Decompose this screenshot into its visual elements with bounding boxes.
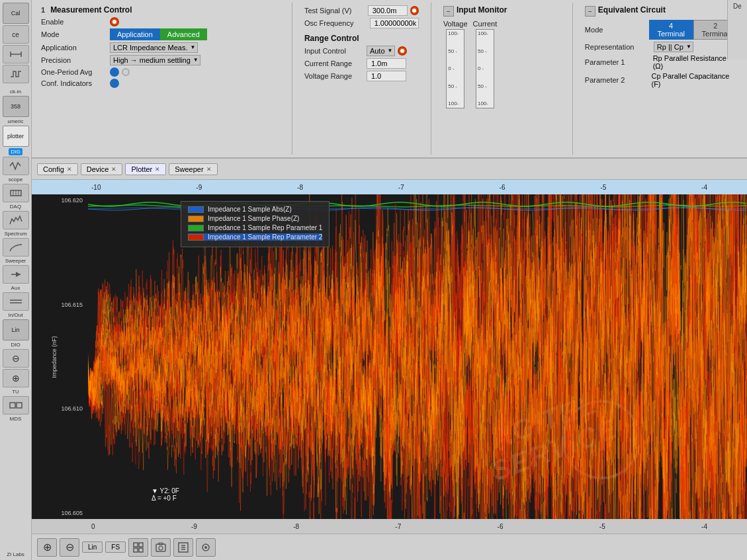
current-range-value[interactable]: 1.0m <box>367 58 406 69</box>
mode-tab-group: Application Advanced <box>110 28 207 40</box>
input-monitor-minimize[interactable]: − <box>443 6 454 17</box>
input-control-active[interactable] <box>398 46 407 56</box>
main-area: 1 Measurement Control Enable Mode Applic… <box>32 0 747 560</box>
representation-dropdown[interactable]: Rp || Cp <box>654 42 693 52</box>
sidebar-item-daq[interactable] <box>3 184 29 202</box>
tab-sweeper-close[interactable]: ✕ <box>206 166 212 173</box>
chart-svg-container[interactable]: Impedance 1 Sample Abs(Z) Impedance 1 Sa… <box>88 194 747 519</box>
param1-row: Parameter 1 Rp Parallel Resistance (Ω) <box>585 54 738 70</box>
tab-sweeper[interactable]: Sweeper ✕ <box>169 163 217 175</box>
tab-plotter[interactable]: Plotter ✕ <box>125 163 166 175</box>
x-tick-5: -5 <box>600 184 606 191</box>
sidebar-item-plus[interactable]: ⊕ <box>3 369 29 387</box>
precision-dropdown[interactable]: High → medium settling <box>110 55 200 65</box>
svg-point-18 <box>159 546 163 550</box>
test-signal-value[interactable]: 300.0m <box>368 5 408 16</box>
legend-item-rep2: Impedance 1 Sample Rep Parameter 2 <box>188 233 322 241</box>
tab-plotter-close[interactable]: ✕ <box>155 166 160 173</box>
sidebar: Cal ce ck-in 358 umeric plotter DIG scop… <box>0 0 32 560</box>
application-dropdown[interactable]: LCR Impedance Meas. <box>110 42 198 53</box>
test-signal-active[interactable] <box>410 6 419 15</box>
xb-tick-0: 0 <box>91 523 95 530</box>
svg-rect-11 <box>10 403 15 408</box>
sidebar-item-aux[interactable] <box>3 265 29 284</box>
sidebar-item-sweeper[interactable] <box>3 238 29 257</box>
sidebar-label-aux: Aux <box>3 285 29 291</box>
lin-button[interactable]: Lin <box>82 541 103 553</box>
voltage-range-value[interactable]: 1.0 <box>367 71 406 81</box>
representation-label: Representation <box>585 43 651 51</box>
conf-indicators-toggle[interactable] <box>110 79 119 88</box>
zoom-out-button[interactable]: ⊖ <box>60 538 79 557</box>
sidebar-item-inout[interactable] <box>3 292 29 311</box>
sidebar-item-cal[interactable]: Cal <box>3 3 29 24</box>
mode-tab-advanced[interactable]: Advanced <box>160 28 207 40</box>
legend-item-phase: Impedance 1 Sample Phase(Z) <box>188 215 322 222</box>
current-range-label: Current Range <box>304 60 364 67</box>
v-tick-50-top: 50 - <box>448 49 462 54</box>
export-button[interactable] <box>173 538 193 557</box>
legend-color-rep2 <box>188 234 204 241</box>
current-meter-label: Current <box>473 20 498 28</box>
one-period-toggle[interactable] <box>110 67 119 77</box>
param2-value: Cp Parallel Capacitance (F) <box>651 72 738 88</box>
sidebar-item-scope-wave[interactable] <box>3 157 29 175</box>
sidebar-item-measure[interactable] <box>3 45 29 63</box>
sidebar-item-spectrum[interactable] <box>3 211 29 229</box>
legend-color-abs <box>188 206 204 213</box>
snapshot-button[interactable] <box>151 538 171 557</box>
legend-color-phase <box>188 216 204 222</box>
sidebar-item-minus[interactable]: ⊖ <box>3 349 29 368</box>
tab-4-terminal[interactable]: 4 Terminal <box>649 20 693 40</box>
fs-button[interactable]: FS <box>105 541 126 553</box>
sidebar-label-zilabs: ZI Labs <box>3 551 29 560</box>
sidebar-label-scope: scope <box>3 177 29 182</box>
sidebar-item-mds[interactable] <box>3 396 29 415</box>
settings-button[interactable] <box>196 538 216 557</box>
c-tick-50-bot: 50 - <box>478 84 492 89</box>
sidebar-item-ce[interactable]: ce <box>3 25 29 44</box>
x-tick-10: -10 <box>91 184 101 191</box>
xb-tick-5: -5 <box>599 523 605 530</box>
sidebar-item-358[interactable]: 358 <box>3 96 29 117</box>
sidebar-label-spectrum: Spectrum <box>3 231 29 237</box>
chart-area: -10 -9 -8 -7 -6 -5 -4 Impedance (nF) 106… <box>32 180 747 534</box>
voltage-range-label: Voltage Range <box>304 72 364 80</box>
sidebar-item-lin[interactable]: Lin <box>3 319 29 340</box>
sidebar-item-scope-h[interactable] <box>3 65 29 83</box>
measurement-control-title: 1 Measurement Control <box>41 5 280 15</box>
tab-device-close[interactable]: ✕ <box>111 166 116 173</box>
input-control-dropdown[interactable]: Auto <box>367 46 395 56</box>
tab-device[interactable]: Device ✕ <box>81 163 123 175</box>
mode-tab-application[interactable]: Application <box>110 28 160 40</box>
osc-freq-value[interactable]: 1.00000000k <box>370 18 419 28</box>
legend-color-rep1 <box>188 225 204 231</box>
equiv-circuit-section: − Equivalent Circuit Mode 4 Terminal 2 T… <box>581 3 742 155</box>
meter-group: Voltage 100- 50 - 0 - 50 - 100- Current … <box>443 20 560 108</box>
sidebar-label-mds: MDS <box>3 416 29 422</box>
v-tick-100-bot: 100- <box>448 101 462 106</box>
x-tick-8: -8 <box>297 184 303 191</box>
svg-rect-15 <box>134 548 138 552</box>
xb-tick-6: -6 <box>498 523 504 530</box>
divider2 <box>431 3 431 155</box>
sidebar-item-plotter[interactable]: plotter <box>3 126 29 147</box>
param2-row: Parameter 2 Cp Parallel Capacitance (F) <box>585 72 738 88</box>
svg-rect-13 <box>134 543 138 547</box>
equiv-circuit-minimize[interactable]: − <box>585 6 595 17</box>
sidebar-label-inout: In/Out <box>3 312 29 318</box>
chart-annotation: ▼ Y2: 0F Δ = +0 F <box>152 487 179 502</box>
svg-point-25 <box>204 546 207 549</box>
sidebar-label-daq: DAQ <box>3 204 29 210</box>
input-monitor-title: Input Monitor <box>457 5 507 15</box>
tab-config-close[interactable]: ✕ <box>67 166 72 173</box>
zoom-in-button[interactable]: ⊕ <box>37 538 57 557</box>
precision-label: Precision <box>41 56 107 64</box>
voltage-range-row: Voltage Range 1.0 <box>304 71 419 81</box>
tab-config[interactable]: Config ✕ <box>37 163 78 175</box>
grid-button[interactable] <box>128 538 148 557</box>
de-panel[interactable]: De <box>727 0 747 60</box>
enable-radio[interactable] <box>110 17 119 26</box>
sidebar-label-numeric: umeric <box>3 118 29 124</box>
one-period-toggle2[interactable] <box>122 68 130 76</box>
